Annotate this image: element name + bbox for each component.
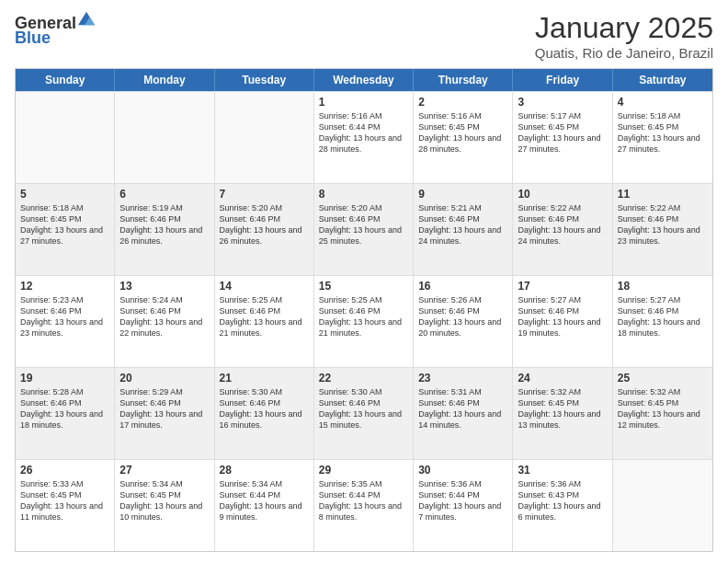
day-number: 29 [319, 464, 408, 477]
calendar-cell [16, 92, 115, 183]
day-info: Sunrise: 5:30 AM Sunset: 6:46 PM Dayligh… [220, 386, 309, 431]
day-info: Sunrise: 5:27 AM Sunset: 6:46 PM Dayligh… [618, 294, 708, 339]
day-number: 17 [518, 280, 607, 293]
day-number: 15 [319, 280, 408, 293]
day-info: Sunrise: 5:33 AM Sunset: 6:45 PM Dayligh… [20, 478, 109, 523]
calendar-cell: 15Sunrise: 5:25 AM Sunset: 6:46 PM Dayli… [314, 276, 414, 367]
day-number: 5 [20, 188, 109, 201]
day-number: 28 [220, 464, 309, 477]
day-info: Sunrise: 5:34 AM Sunset: 6:44 PM Dayligh… [220, 478, 309, 523]
calendar-body: 1Sunrise: 5:16 AM Sunset: 6:44 PM Daylig… [16, 91, 712, 551]
calendar-cell: 2Sunrise: 5:16 AM Sunset: 6:45 PM Daylig… [414, 92, 513, 183]
calendar-cell: 23Sunrise: 5:31 AM Sunset: 6:46 PM Dayli… [414, 368, 513, 459]
day-info: Sunrise: 5:36 AM Sunset: 6:44 PM Dayligh… [418, 478, 507, 523]
weekday-header: Tuesday [215, 69, 314, 91]
calendar-cell: 20Sunrise: 5:29 AM Sunset: 6:46 PM Dayli… [115, 368, 214, 459]
calendar-cell: 26Sunrise: 5:33 AM Sunset: 6:45 PM Dayli… [16, 460, 115, 551]
day-info: Sunrise: 5:18 AM Sunset: 6:45 PM Dayligh… [20, 202, 109, 247]
calendar-cell: 12Sunrise: 5:23 AM Sunset: 6:46 PM Dayli… [16, 276, 115, 367]
day-info: Sunrise: 5:21 AM Sunset: 6:46 PM Dayligh… [418, 202, 507, 247]
calendar-cell: 7Sunrise: 5:20 AM Sunset: 6:46 PM Daylig… [215, 184, 314, 275]
day-info: Sunrise: 5:28 AM Sunset: 6:46 PM Dayligh… [20, 386, 109, 431]
day-info: Sunrise: 5:23 AM Sunset: 6:46 PM Dayligh… [20, 294, 109, 339]
subtitle: Quatis, Rio de Janeiro, Brazil [535, 45, 713, 61]
calendar-cell [613, 460, 712, 551]
day-number: 24 [518, 372, 607, 385]
day-info: Sunrise: 5:30 AM Sunset: 6:46 PM Dayligh… [319, 386, 408, 431]
calendar-cell: 4Sunrise: 5:18 AM Sunset: 6:45 PM Daylig… [613, 92, 712, 183]
title-area: January 2025 Quatis, Rio de Janeiro, Bra… [535, 11, 713, 61]
day-info: Sunrise: 5:16 AM Sunset: 6:44 PM Dayligh… [319, 110, 408, 155]
calendar-cell: 21Sunrise: 5:30 AM Sunset: 6:46 PM Dayli… [215, 368, 314, 459]
calendar-row: 12Sunrise: 5:23 AM Sunset: 6:46 PM Dayli… [16, 275, 712, 367]
calendar-cell: 1Sunrise: 5:16 AM Sunset: 6:44 PM Daylig… [314, 92, 414, 183]
calendar-row: 5Sunrise: 5:18 AM Sunset: 6:45 PM Daylig… [16, 183, 712, 275]
calendar-cell: 14Sunrise: 5:25 AM Sunset: 6:46 PM Dayli… [215, 276, 314, 367]
day-info: Sunrise: 5:19 AM Sunset: 6:46 PM Dayligh… [119, 202, 209, 247]
calendar-cell: 13Sunrise: 5:24 AM Sunset: 6:46 PM Dayli… [115, 276, 214, 367]
day-info: Sunrise: 5:35 AM Sunset: 6:44 PM Dayligh… [319, 478, 408, 523]
day-info: Sunrise: 5:25 AM Sunset: 6:46 PM Dayligh… [319, 294, 408, 339]
calendar-cell: 31Sunrise: 5:36 AM Sunset: 6:43 PM Dayli… [513, 460, 612, 551]
calendar-cell: 5Sunrise: 5:18 AM Sunset: 6:45 PM Daylig… [16, 184, 115, 275]
calendar-row: 26Sunrise: 5:33 AM Sunset: 6:45 PM Dayli… [16, 459, 712, 551]
calendar-cell: 10Sunrise: 5:22 AM Sunset: 6:46 PM Dayli… [513, 184, 612, 275]
calendar-cell: 9Sunrise: 5:21 AM Sunset: 6:46 PM Daylig… [414, 184, 513, 275]
day-number: 25 [618, 372, 708, 385]
day-number: 11 [618, 188, 708, 201]
day-number: 26 [20, 464, 109, 477]
day-number: 3 [518, 96, 607, 109]
logo-text: General Blue [15, 15, 95, 48]
day-number: 7 [220, 188, 309, 201]
calendar-cell: 16Sunrise: 5:26 AM Sunset: 6:46 PM Dayli… [414, 276, 513, 367]
day-info: Sunrise: 5:16 AM Sunset: 6:45 PM Dayligh… [418, 110, 507, 155]
calendar-cell: 25Sunrise: 5:32 AM Sunset: 6:45 PM Dayli… [613, 368, 712, 459]
calendar-cell: 17Sunrise: 5:27 AM Sunset: 6:46 PM Dayli… [513, 276, 612, 367]
day-number: 10 [518, 188, 607, 201]
day-number: 27 [119, 464, 209, 477]
calendar-cell: 11Sunrise: 5:22 AM Sunset: 6:46 PM Dayli… [613, 184, 712, 275]
weekday-header: Thursday [414, 69, 513, 91]
calendar-cell [215, 92, 314, 183]
day-number: 6 [119, 188, 209, 201]
day-number: 18 [618, 280, 708, 293]
weekday-header: Monday [115, 69, 214, 91]
calendar: SundayMondayTuesdayWednesdayThursdayFrid… [15, 68, 713, 552]
weekday-header: Wednesday [314, 69, 414, 91]
day-number: 14 [220, 280, 309, 293]
day-number: 31 [518, 464, 607, 477]
logo-icon [78, 10, 95, 27]
calendar-cell: 8Sunrise: 5:20 AM Sunset: 6:46 PM Daylig… [314, 184, 414, 275]
day-number: 22 [319, 372, 408, 385]
day-info: Sunrise: 5:31 AM Sunset: 6:46 PM Dayligh… [418, 386, 507, 431]
month-title: January 2025 [535, 11, 713, 45]
day-info: Sunrise: 5:18 AM Sunset: 6:45 PM Dayligh… [618, 110, 708, 155]
header: General Blue January 2025 Quatis, Rio de… [15, 11, 713, 61]
weekday-header: Friday [513, 69, 612, 91]
day-number: 8 [319, 188, 408, 201]
calendar-row: 1Sunrise: 5:16 AM Sunset: 6:44 PM Daylig… [16, 91, 712, 183]
calendar-cell: 3Sunrise: 5:17 AM Sunset: 6:45 PM Daylig… [513, 92, 612, 183]
day-number: 20 [119, 372, 209, 385]
day-number: 4 [618, 96, 708, 109]
day-info: Sunrise: 5:20 AM Sunset: 6:46 PM Dayligh… [319, 202, 408, 247]
calendar-cell: 19Sunrise: 5:28 AM Sunset: 6:46 PM Dayli… [16, 368, 115, 459]
day-number: 16 [418, 280, 507, 293]
day-info: Sunrise: 5:36 AM Sunset: 6:43 PM Dayligh… [518, 478, 607, 523]
weekday-header: Sunday [16, 69, 115, 91]
calendar-cell: 29Sunrise: 5:35 AM Sunset: 6:44 PM Dayli… [314, 460, 414, 551]
calendar-header: SundayMondayTuesdayWednesdayThursdayFrid… [16, 69, 712, 91]
page: General Blue January 2025 Quatis, Rio de… [0, 0, 728, 563]
day-info: Sunrise: 5:26 AM Sunset: 6:46 PM Dayligh… [418, 294, 507, 339]
calendar-cell: 30Sunrise: 5:36 AM Sunset: 6:44 PM Dayli… [414, 460, 513, 551]
day-info: Sunrise: 5:20 AM Sunset: 6:46 PM Dayligh… [220, 202, 309, 247]
weekday-header: Saturday [613, 69, 712, 91]
day-number: 30 [418, 464, 507, 477]
day-info: Sunrise: 5:29 AM Sunset: 6:46 PM Dayligh… [119, 386, 209, 431]
logo: General Blue [15, 15, 95, 48]
calendar-row: 19Sunrise: 5:28 AM Sunset: 6:46 PM Dayli… [16, 367, 712, 459]
day-info: Sunrise: 5:22 AM Sunset: 6:46 PM Dayligh… [518, 202, 607, 247]
day-info: Sunrise: 5:17 AM Sunset: 6:45 PM Dayligh… [518, 110, 607, 155]
day-number: 9 [418, 188, 507, 201]
day-info: Sunrise: 5:22 AM Sunset: 6:46 PM Dayligh… [618, 202, 708, 247]
